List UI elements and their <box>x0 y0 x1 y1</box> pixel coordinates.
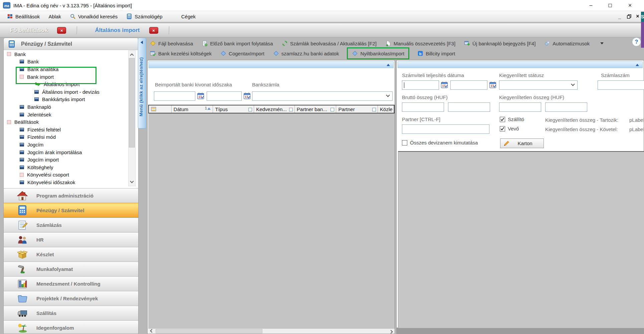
tab-ltal-nos-import[interactable]: Általános import× <box>85 27 161 34</box>
module-idegenforgalom[interactable]: Idegenforgalom <box>4 320 138 334</box>
customer-checkbox[interactable]: Vevő <box>500 126 519 131</box>
dropdown-arrow-icon[interactable] <box>600 42 604 44</box>
tab-separator <box>77 26 77 34</box>
column-header-d-tum[interactable]: Dátum1 <box>172 105 213 113</box>
tree-item-ltal-nos-import-deviz-s[interactable]: Általános import - devizás <box>4 88 131 96</box>
tree-item-bankk-rty-s-import[interactable]: Bankkártyás import <box>4 96 131 103</box>
window-minimize-button[interactable]: – <box>583 0 599 11</box>
detail-collapse-bar[interactable] <box>398 61 643 68</box>
tree-item-ltal-nos-import[interactable]: Általános import <box>4 80 131 88</box>
tree-item-jogc-m-rak-import-l-sa[interactable]: Jogcím árak importálása <box>4 148 131 156</box>
column-header-t-pus[interactable]: Típus <box>213 105 254 113</box>
all-currencies-checkbox[interactable]: Összes devizanem kimutatása <box>402 140 478 145</box>
tree-item-bank[interactable]: Bank <box>4 50 131 58</box>
tree-item-bank-analitika[interactable]: Bank analitika <box>4 65 131 73</box>
tree-scrollbar[interactable] <box>128 50 136 186</box>
accounting-date-from-input[interactable] <box>402 80 439 90</box>
toolbar-button-bank-kezel-si-k-lts-gek[interactable]: Bank kezelési költségek <box>150 50 212 56</box>
list-collapse-bar[interactable] <box>149 61 394 68</box>
period-from-input[interactable] <box>154 91 195 101</box>
menu-item-be-ll-t-sok[interactable]: Beállítások <box>3 11 44 22</box>
partner-input[interactable] <box>402 124 489 134</box>
filter-icon[interactable] <box>331 108 334 111</box>
menu-item-vonalk-d-keres-s[interactable]: Vonalkód keresés <box>65 11 122 22</box>
tree-item-jogc-m[interactable]: Jogcím <box>4 141 131 148</box>
filter-icon[interactable] <box>248 108 252 111</box>
column-header-partner-ban[interactable]: Partner ban... <box>295 105 337 113</box>
module-menedzsment-kontrolling[interactable]: Menedzsment / Kontrolling <box>4 276 138 291</box>
menu-collapse-strip[interactable]: Menü (klikk az elrejtéshez) <box>138 38 146 128</box>
calendar-icon[interactable]: 17 <box>441 81 448 89</box>
tab-close-button[interactable]: × <box>149 27 158 34</box>
scroll-down-arrow[interactable] <box>129 179 135 186</box>
help-button[interactable]: ? <box>632 37 641 46</box>
tree-item-be-ll-t-sok[interactable]: Beállítások <box>4 118 131 126</box>
module-hr[interactable]: HR <box>4 232 138 247</box>
column-header-partner[interactable]: Partner <box>336 105 378 113</box>
module-projektek-rendezv-nyek[interactable]: Projektek / Rendezvények <box>4 291 138 306</box>
calendar-icon[interactable]: 17 <box>197 92 205 100</box>
tab-close-button[interactable]: × <box>57 27 66 34</box>
module-program-adminisztr-ci[interactable]: Program adminisztráció <box>4 188 138 203</box>
settled-status-select[interactable] <box>499 80 578 90</box>
menu-item-c-gek[interactable]: Cégek <box>177 11 200 22</box>
tree-item-jogc-m-import[interactable]: Jogcím import <box>4 156 131 163</box>
gross-amount-max-input[interactable] <box>448 102 490 112</box>
window-close-button[interactable]: × <box>622 0 638 11</box>
unsettled-max-input[interactable] <box>545 102 587 112</box>
toolbar-button-manu-lis-sszevezet-s-f3[interactable]: Manuális összevezetés [F3] <box>385 40 455 46</box>
toolbar-button-f-jl-beolvas-sa[interactable]: Fájl beolvasása <box>150 40 193 46</box>
toolbar-button-cogentaximport[interactable]: CogentaxImport <box>220 50 264 56</box>
toolbar-button-sz-ml-k-beolvas-sa-aktualiz-l-s-f2[interactable]: Számlák beolvasása / Aktualizálás [F2] <box>282 40 377 46</box>
module-sz-ll-t-s[interactable]: Szállítás <box>4 306 138 320</box>
invoice-number-input[interactable] <box>598 80 644 90</box>
period-to-input[interactable] <box>207 91 242 101</box>
calendar-icon[interactable]: 17 <box>489 81 497 89</box>
module-sz-ml-z-s[interactable]: Számlázás <box>4 218 138 232</box>
module-p-nz-gy-sz-mvitel[interactable]: Pénzügy / Számvitel <box>4 203 138 218</box>
module-k-szlet[interactable]: Készlet <box>4 247 138 262</box>
tree-item-k-lts-ghely[interactable]: Költséghely <box>4 163 131 171</box>
tree-item-bank-import[interactable]: Bank import <box>4 73 131 81</box>
mdi-minimize-button[interactable]: _ <box>616 13 624 20</box>
tree-item-k-nyvel-si-csoport[interactable]: Könyvelési csoport <box>4 171 131 179</box>
column-header-kedvezm-n[interactable]: Kedvezmén... <box>254 105 295 113</box>
toolbar-button-nyiltbankolasimport[interactable]: NyiltbankolasImport <box>352 50 404 56</box>
gross-amount-min-input[interactable] <box>402 102 444 112</box>
tree-item-k-nyvel-si-id-szakok[interactable]: Könyvelési időszakok <box>4 179 131 186</box>
module-munkafolyamat[interactable]: Munkafolyamat <box>4 262 138 276</box>
menu-item-ablak[interactable]: Ablak <box>44 11 65 22</box>
calendar-icon[interactable]: 17 <box>243 92 251 100</box>
toolbar-button-billcity-import[interactable]: bBillcity import <box>417 50 455 56</box>
horizontal-scrollbar[interactable] <box>148 328 395 334</box>
karton-button[interactable]: Karton <box>500 138 544 148</box>
header-icon-cell[interactable] <box>149 105 172 113</box>
toolbar-button-j-banknapl-bejegyz-s-f4[interactable]: Új banknapló bejegyzés [F4] <box>464 40 535 46</box>
toolbar-button-szamlazz-hu-banki-adatok[interactable]: szamlazz.hu banki adatok <box>273 50 339 56</box>
mdi-restore-button[interactable] <box>625 13 633 20</box>
tree-item-fizet-si-m-d[interactable]: Fizetési mód <box>4 133 131 141</box>
bank-account-select[interactable] <box>252 91 393 101</box>
scrollbar-thumb[interactable] <box>129 58 135 147</box>
tree-item-jelent-sek[interactable]: Jelentések <box>4 111 131 118</box>
toolbar-button-el-z-bank-import-folytat-sa[interactable]: Előző bank import folytatása <box>202 40 273 46</box>
tree-item-bank[interactable]: Bank <box>4 58 131 66</box>
tab-f-be-ll-t-sok[interactable]: Fő beállítások× <box>0 27 69 34</box>
supplier-checkbox[interactable]: Szállító <box>500 116 524 122</box>
scroll-left-arrow[interactable] <box>149 329 155 334</box>
tree-item-fizet-si-felt-tel[interactable]: Fizetési feltétel <box>4 126 131 133</box>
column-header-k-zle[interactable]: Közle <box>378 105 394 113</box>
toolbar-button-automatizmusok[interactable]: Automatizmusok <box>544 40 590 46</box>
scroll-right-arrow[interactable] <box>388 329 394 334</box>
menu-item-sz-mol-g-p[interactable]: Számológép <box>122 11 167 22</box>
scroll-up-arrow[interactable] <box>129 51 135 58</box>
tree-item-banknapl[interactable]: Banknapló <box>4 103 131 111</box>
filter-icon[interactable] <box>372 108 376 111</box>
filter-icon[interactable] <box>289 108 293 111</box>
mdi-close-button[interactable]: × <box>634 13 642 20</box>
accounting-date-to-input[interactable] <box>450 80 487 90</box>
sidebar-header-title: Pénzügy / Számvitel <box>21 41 72 47</box>
window-maximize-button[interactable] <box>602 0 618 11</box>
unsettled-min-input[interactable] <box>499 102 541 112</box>
scrollbar-thumb[interactable] <box>156 329 262 333</box>
